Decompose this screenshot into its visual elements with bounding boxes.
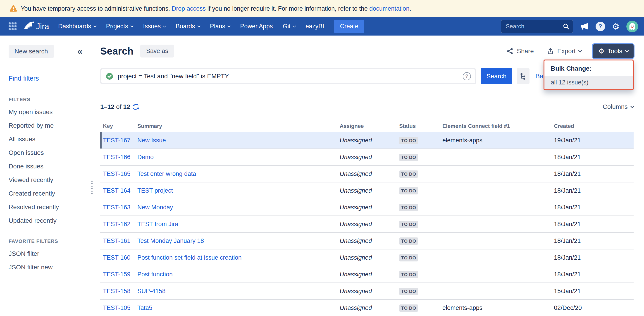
issue-key-link[interactable]: TEST-162 [103,221,130,228]
filters-sidebar: New search « Find filters FILTERS My ope… [0,36,91,316]
issue-summary-link[interactable]: TEST from Jira [137,221,178,228]
issue-summary-link[interactable]: Post function [137,271,173,278]
filters-section-header: FILTERS [8,97,91,102]
issue-key-link[interactable]: TEST-158 [103,288,130,294]
issue-summary-link[interactable]: TEST project [137,187,173,194]
save-as-button[interactable]: Save as [140,44,174,58]
table-row[interactable]: TEST-161 Test Monday January 18 Unassign… [100,233,634,250]
feedback-megaphone-icon[interactable] [580,22,589,31]
nav-menu-item[interactable]: Git [283,23,296,30]
sidebar-filter-item[interactable]: All issues [8,132,91,146]
find-filters-link[interactable]: Find filters [8,75,39,82]
table-row[interactable]: TEST-162 TEST from Jira Unassigned TO DO… [100,216,634,233]
refresh-icon[interactable] [132,103,140,111]
sidebar-filter-item[interactable]: Done issues [8,160,91,173]
nav-menu-item-label: Git [283,23,290,30]
issue-summary-link[interactable]: SUP-4158 [137,288,166,294]
sidebar-filter-item[interactable]: Created recently [8,187,91,200]
export-button[interactable]: Export [546,47,582,55]
table-row[interactable]: TEST-167 New Issue Unassigned TO DO elem… [100,132,634,149]
chevron-down-icon [293,24,296,28]
table-row[interactable]: TEST-159 Post function Unassigned TO DO … [100,266,634,283]
columns-dropdown[interactable]: Columns [603,103,634,110]
results-toolbar: 1–12 of 12 Columns [100,103,634,111]
assignee-cell: Unassigned [340,221,399,228]
sidebar-filter-item[interactable]: My open issues [8,105,91,119]
issue-summary-link[interactable]: Post function set field at issue creatio… [137,254,242,261]
nav-menu-item[interactable]: Plans [210,23,230,30]
collapse-sidebar-icon[interactable]: « [78,47,82,56]
issue-key-link[interactable]: TEST-167 [103,137,130,144]
new-search-button[interactable]: New search [8,45,54,58]
table-row[interactable]: TEST-163 New Monday Unassigned TO DO 18/… [100,199,634,216]
favorite-filters-section-header: FAVORITE FILTERS [8,238,91,244]
app-switcher-icon[interactable] [8,22,16,30]
issue-key-link[interactable]: TEST-164 [103,187,130,194]
tree-structure-icon [519,72,527,80]
sidebar-filter-item[interactable]: Resolved recently [8,200,91,214]
issue-key-link[interactable]: TEST-166 [103,154,130,160]
column-header-assignee[interactable]: Assignee [340,123,399,129]
sidebar-filter-item[interactable]: Viewed recently [8,173,91,187]
sidebar-resize-handle[interactable] [92,181,92,194]
columns-label: Columns [603,103,628,110]
nav-menu-item-label: Boards [176,23,195,30]
column-header-key[interactable]: Key [100,123,137,129]
issue-key-link[interactable]: TEST-159 [103,271,130,278]
issue-summary-link[interactable]: New Monday [137,204,173,211]
issue-key-link[interactable]: TEST-105 [103,304,130,311]
help-icon[interactable]: ? [596,22,605,31]
column-header-elements-connect[interactable]: Elements Connect field #1 [442,123,554,129]
nav-menu-item[interactable]: Power Apps [240,23,273,30]
create-button[interactable]: Create [334,20,364,33]
table-row[interactable]: TEST-164 TEST project Unassigned TO DO 1… [100,182,634,199]
nav-menu-item[interactable]: Issues [143,23,166,30]
query-switcher-button[interactable] [517,68,530,84]
sidebar-filter-item[interactable]: Reported by me [8,119,91,132]
table-row[interactable]: TEST-160 Post function set field at issu… [100,250,634,266]
gear-icon: ⚙ [598,48,604,54]
results-total: 12 [123,103,130,110]
issue-summary-link[interactable]: Tata5 [137,304,152,311]
issue-key-link[interactable]: TEST-163 [103,204,130,211]
issue-summary-link[interactable]: Test enter wrong data [137,170,196,177]
share-button[interactable]: Share [506,47,534,55]
table-row[interactable]: TEST-166 Demo Unassigned TO DO 18/Jan/21 [100,149,634,166]
created-cell: 18/Jan/21 [554,204,634,211]
column-header-summary[interactable]: Summary [137,123,340,129]
status-badge: TO DO [399,204,418,211]
settings-gear-icon[interactable]: ⚙ [612,22,620,31]
search-button[interactable]: Search [480,68,512,84]
sidebar-favorite-filter-item[interactable]: JSON filter new [8,260,91,274]
user-avatar[interactable] [626,20,638,32]
global-search-input[interactable] [501,20,573,33]
bulk-change-all-issues-item[interactable]: all 12 issue(s) [544,76,633,90]
issue-key-link[interactable]: TEST-165 [103,170,130,177]
tools-button[interactable]: ⚙ Tools [593,44,634,58]
nav-menu-item[interactable]: eazyBI [306,23,324,30]
sidebar-favorite-filter-item[interactable]: JSON filter [8,247,91,260]
issue-key-link[interactable]: TEST-160 [103,254,130,261]
table-row[interactable]: TEST-165 Test enter wrong data Unassigne… [100,166,634,182]
jira-logo[interactable]: Jira [24,21,49,32]
table-row[interactable]: TEST-158 SUP-4158 Unassigned TO DO 15/Ja… [100,283,634,300]
jql-help-icon[interactable]: ? [463,72,471,80]
results-range: 1–12 [100,103,114,110]
nav-menu-item[interactable]: Projects [106,23,133,30]
assignee-cell: Unassigned [340,204,399,211]
jql-query-input[interactable] [118,73,463,80]
issue-key-link[interactable]: TEST-161 [103,238,130,244]
sidebar-filter-item[interactable]: Open issues [8,146,91,160]
documentation-link[interactable]: documentation [369,5,409,12]
issue-summary-link[interactable]: Test Monday January 18 [137,238,204,244]
nav-menu-item[interactable]: Boards [176,23,200,30]
column-header-created[interactable]: Created [554,123,634,129]
issue-summary-link[interactable]: New Issue [137,137,166,144]
drop-access-link[interactable]: Drop access [172,5,206,12]
chevron-down-icon [130,24,134,28]
sidebar-filter-item[interactable]: Updated recently [8,214,91,228]
nav-menu-item[interactable]: Dashboards [58,23,96,30]
issue-summary-link[interactable]: Demo [137,154,154,160]
table-row[interactable]: TEST-105 Tata5 Unassigned TO DO elements… [100,300,634,316]
column-header-status[interactable]: Status [399,123,442,129]
